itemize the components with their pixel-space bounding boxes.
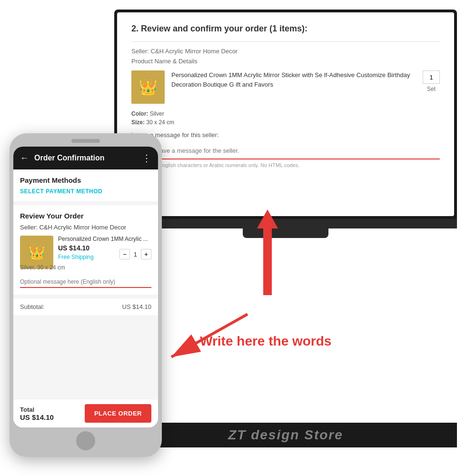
- monitor-message-label: Leave a message for this seller:: [131, 131, 440, 139]
- phone-speaker: [71, 139, 100, 143]
- crown-icon-large: 👑: [139, 78, 158, 96]
- monitor-content: 2. Review and confirm your order (1 item…: [117, 12, 454, 216]
- monitor-color-row: Color: Silver: [131, 110, 440, 117]
- phone-message-input[interactable]: [20, 275, 151, 288]
- arrow-up: [257, 209, 278, 295]
- crown-icon: 👑: [29, 245, 45, 260]
- phone-body[interactable]: Payment Methods SELECT PAYMENT METHOD Re…: [13, 169, 158, 399]
- monitor-product-row: 👑 Personalized Crown 1MM Acrylic Mirror …: [131, 70, 440, 104]
- watermark-text: ZT design Store: [228, 427, 343, 443]
- monitor-qty-value[interactable]: 1: [423, 70, 440, 84]
- phone-free-shipping: Free Shipping: [58, 254, 151, 260]
- monitor-base: [243, 228, 328, 238]
- phone-header: ← Order Confirmation ⋮: [13, 147, 158, 169]
- payment-section: Payment Methods SELECT PAYMENT METHOD: [13, 169, 158, 201]
- phone-product-info: Personalized Crown 1MM Acrylic ... US $1…: [58, 236, 151, 262]
- monitor-seller-label: Seller: C&H Acrylic Mirror Home Decor: [131, 48, 440, 55]
- qty-decrease-button[interactable]: −: [119, 249, 130, 259]
- monitor-black-bar: ZT design Store: [114, 423, 457, 447]
- total-label: Total: [20, 406, 54, 413]
- write-here-annotation: Write here the words: [200, 333, 331, 349]
- select-payment-button[interactable]: SELECT PAYMENT METHOD: [20, 188, 151, 195]
- place-order-button[interactable]: PLACE ORDER: [85, 404, 151, 423]
- monitor-message-hint: Max. 1,000 English characters or Arabic …: [131, 162, 440, 168]
- monitor-section-title: 2. Review and confirm your order (1 item…: [131, 24, 440, 34]
- phone-variant-text: Silver, 30 x 24 cm: [20, 264, 151, 271]
- monitor: 2. Review and confirm your order (1 item…: [114, 10, 457, 238]
- review-section: Review Your Order Seller: C&H Acrylic Mi…: [13, 205, 158, 295]
- phone-seller-text: Seller: C&H Acrylic Mirror Home Decor: [20, 224, 151, 231]
- more-icon[interactable]: ⋮: [142, 152, 151, 164]
- monitor-size-row: Size: 30 x 24 cm: [131, 119, 440, 126]
- phone-product-name: Personalized Crown 1MM Acrylic ...: [58, 236, 151, 242]
- monitor-product-label: Product Name & Details: [131, 58, 440, 65]
- monitor-size-value: 30 x 24 cm: [146, 119, 174, 126]
- monitor-product-image: 👑: [131, 70, 165, 104]
- monitor-color-label: Color:: [131, 110, 148, 117]
- phone-footer: Total US $14.10 PLACE ORDER: [13, 399, 158, 427]
- phone-title: Order Confirmation: [34, 154, 136, 162]
- phone: ← Order Confirmation ⋮ Payment Methods S…: [10, 133, 162, 457]
- subtotal-row: Subtotal: US $14.10: [13, 298, 158, 315]
- subtotal-label: Subtotal:: [20, 303, 44, 310]
- phone-home-button[interactable]: [76, 431, 95, 450]
- monitor-color-value: Silver: [150, 110, 164, 117]
- monitor-qty-box: 1 Set: [423, 70, 440, 92]
- qty-increase-button[interactable]: +: [141, 249, 151, 259]
- monitor-screen: 2. Review and confirm your order (1 item…: [114, 10, 457, 219]
- phone-product-price: US $14.10: [58, 244, 151, 252]
- review-section-title: Review Your Order: [20, 212, 151, 220]
- qty-display: 1: [134, 251, 137, 258]
- total-amount: US $14.10: [20, 413, 54, 421]
- phone-screen: ← Order Confirmation ⋮ Payment Methods S…: [13, 147, 158, 427]
- arrow-body-up: [263, 228, 272, 295]
- monitor-product-description: Personalized Crown 1MM Acrylic Mirror St…: [171, 70, 416, 89]
- subtotal-value: US $14.10: [122, 303, 151, 310]
- arrow-head-up: [257, 209, 278, 228]
- payment-section-title: Payment Methods: [20, 176, 151, 184]
- monitor-message-input[interactable]: [131, 142, 440, 159]
- monitor-qty-unit: Set: [427, 86, 436, 92]
- monitor-size-label: Size:: [131, 119, 145, 126]
- back-button[interactable]: ←: [20, 153, 29, 163]
- monitor-stand: [114, 219, 457, 228]
- total-info: Total US $14.10: [20, 406, 54, 421]
